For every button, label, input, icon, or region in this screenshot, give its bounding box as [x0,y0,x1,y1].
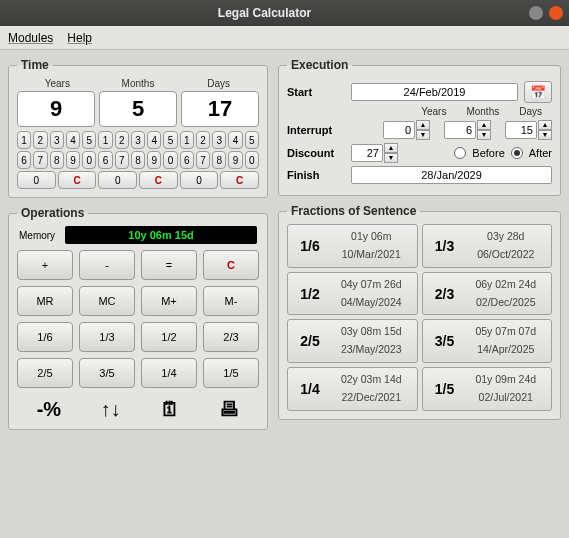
frac-1-6-button[interactable]: 1/6 [17,322,73,352]
keypad-clear[interactable]: C [220,171,259,189]
discount-label: Discount [287,147,345,159]
frac-2-3-button[interactable]: 2/3 [203,322,259,352]
execution-legend: Execution [287,58,352,72]
frac-2-5-button[interactable]: 2/5 [17,358,73,388]
spin-down[interactable]: ▼ [477,130,491,140]
keypad-9[interactable]: 9 [228,151,242,169]
datepicker-button[interactable]: 📅 [524,81,552,103]
keypad-5[interactable]: 5 [245,131,259,149]
mr-button[interactable]: MR [17,286,73,316]
titlebar: Legal Calculator [0,0,569,26]
mplus-button[interactable]: M+ [141,286,197,316]
keypad-8[interactable]: 8 [131,151,145,169]
interrupt-months-input[interactable] [444,121,476,139]
add-button[interactable]: + [17,250,73,280]
keypad-1[interactable]: 1 [98,131,112,149]
frac-1-2-button[interactable]: 1/2 [141,322,197,352]
time-legend: Time [17,58,53,72]
fraction-label: 1/2 [294,286,326,302]
interrupt-days-input[interactable] [505,121,537,139]
interrupt-years-input[interactable] [383,121,415,139]
keypad-0[interactable]: 0 [98,171,137,189]
keypad-0[interactable]: 0 [82,151,96,169]
keypad-6[interactable]: 6 [98,151,112,169]
fraction-values: 04y 07m 26d04/May/2024 [332,276,411,312]
menu-help[interactable]: Help [67,31,92,45]
keypad-4[interactable]: 4 [228,131,242,149]
keypad-5[interactable]: 5 [82,131,96,149]
keypad-4[interactable]: 4 [66,131,80,149]
fraction-cell-1-3[interactable]: 1/303y 28d06/Oct/2022 [422,224,553,268]
keypad-clear[interactable]: C [139,171,178,189]
menubar: Modules Help [0,26,569,50]
swap-icon[interactable]: ↑↓ [101,398,121,421]
window-title: Legal Calculator [6,6,523,20]
calendar-icon[interactable]: 🗓 [160,398,180,421]
minimize-button[interactable] [529,6,543,20]
keypad-7[interactable]: 7 [115,151,129,169]
keypad-6[interactable]: 6 [17,151,31,169]
keypad-0[interactable]: 0 [163,151,177,169]
mc-button[interactable]: MC [79,286,135,316]
keypad-5[interactable]: 5 [163,131,177,149]
interrupt-label: Interrupt [287,124,345,136]
keypad-4[interactable]: 4 [147,131,161,149]
keypad-9[interactable]: 9 [66,151,80,169]
keypad-2[interactable]: 2 [115,131,129,149]
finish-label: Finish [287,169,345,181]
before-radio[interactable] [454,147,466,159]
equals-button[interactable]: = [141,250,197,280]
operations-legend: Operations [17,206,88,220]
subtract-button[interactable]: - [79,250,135,280]
keypad-6[interactable]: 6 [180,151,194,169]
keypad-7[interactable]: 7 [33,151,47,169]
print-icon[interactable]: 🖶 [219,398,239,421]
keypad-3[interactable]: 3 [212,131,226,149]
keypad-2[interactable]: 2 [33,131,47,149]
frac-1-5-button[interactable]: 1/5 [203,358,259,388]
fraction-cell-1-6[interactable]: 1/601y 06m10/Mar/2021 [287,224,418,268]
fraction-cell-2-5[interactable]: 2/503y 08m 15d23/May/2023 [287,319,418,363]
frac-1-3-button[interactable]: 1/3 [79,322,135,352]
fraction-cell-1-4[interactable]: 1/402y 03m 14d22/Dec/2021 [287,367,418,411]
fraction-label: 2/3 [429,286,461,302]
keypad-0[interactable]: 0 [17,171,56,189]
mminus-button[interactable]: M- [203,286,259,316]
keypad-clear[interactable]: C [58,171,97,189]
keypad-3[interactable]: 3 [131,131,145,149]
keypad-8[interactable]: 8 [212,151,226,169]
keypad-0[interactable]: 0 [180,171,219,189]
spin-up[interactable]: ▲ [477,120,491,130]
keypad-7[interactable]: 7 [196,151,210,169]
spin-down[interactable]: ▼ [538,130,552,140]
start-input[interactable] [351,83,518,101]
spin-up[interactable]: ▲ [384,143,398,153]
close-button[interactable] [549,6,563,20]
after-radio[interactable] [511,147,523,159]
fraction-cell-2-3[interactable]: 2/306y 02m 24d02/Dec/2025 [422,272,553,316]
fraction-cell-1-2[interactable]: 1/204y 07m 26d04/May/2024 [287,272,418,316]
percent-icon[interactable]: -% [37,398,61,421]
fraction-label: 1/6 [294,238,326,254]
spin-down[interactable]: ▼ [384,153,398,163]
exec-years-label: Years [421,106,446,117]
spin-down[interactable]: ▼ [416,130,430,140]
spin-up[interactable]: ▲ [416,120,430,130]
keypad-1[interactable]: 1 [180,131,194,149]
clear-button[interactable]: C [203,250,259,280]
keypad-3[interactable]: 3 [50,131,64,149]
keypad-1[interactable]: 1 [17,131,31,149]
discount-input[interactable] [351,144,383,162]
menu-modules[interactable]: Modules [8,31,53,45]
fraction-cell-1-5[interactable]: 1/501y 09m 24d02/Jul/2021 [422,367,553,411]
fraction-cell-3-5[interactable]: 3/505y 07m 07d14/Apr/2025 [422,319,553,363]
keypad-0[interactable]: 0 [245,151,259,169]
before-label: Before [472,147,504,159]
keypad-2[interactable]: 2 [196,131,210,149]
frac-3-5-button[interactable]: 3/5 [79,358,135,388]
keypad-9[interactable]: 9 [147,151,161,169]
spin-up[interactable]: ▲ [538,120,552,130]
frac-1-4-button[interactable]: 1/4 [141,358,197,388]
keypad-8[interactable]: 8 [50,151,64,169]
fraction-label: 1/3 [429,238,461,254]
